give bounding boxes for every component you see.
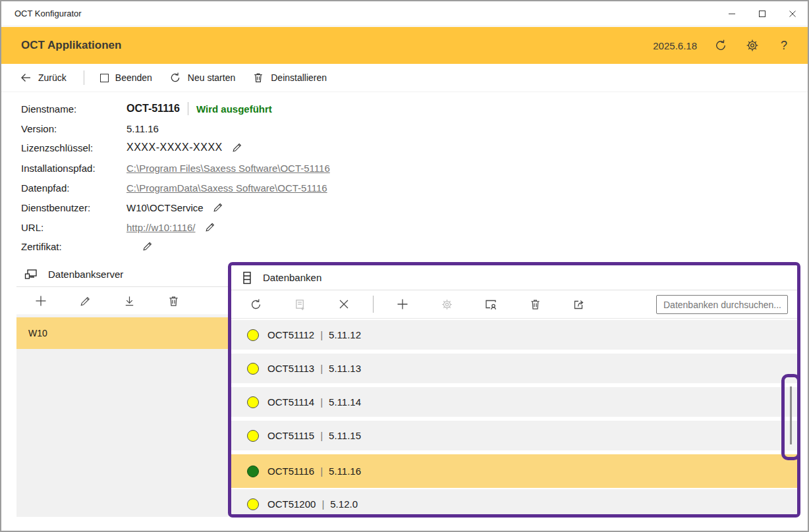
uninstall-label: Deinstallieren <box>271 72 327 83</box>
database-row[interactable]: OCT51113 | 5.11.13 <box>231 354 797 383</box>
edit-certificate-button[interactable] <box>141 240 154 253</box>
database-row[interactable]: OCT51112 | 5.11.12 <box>231 320 797 350</box>
restart-label: Neu starten <box>188 72 235 83</box>
database-row-selected[interactable]: OCT51116 | 5.11.16 <box>231 454 797 488</box>
window-controls <box>717 1 808 26</box>
database-version: 5.11.14 <box>329 396 361 408</box>
database-name: OCT51114 <box>267 396 314 408</box>
download-icon <box>123 295 136 307</box>
status-dot-stopped <box>247 430 259 442</box>
delete-database-button[interactable] <box>520 292 550 316</box>
name-version-separator: | <box>320 430 323 441</box>
plus-icon <box>34 294 47 307</box>
server-row-w10[interactable]: W10 <box>16 317 229 349</box>
import-server-button[interactable] <box>114 289 144 313</box>
search-databases-input[interactable] <box>656 295 788 314</box>
page-title: OCT Applikationen <box>21 39 121 52</box>
database-icon <box>240 270 254 286</box>
install-path-label: Installationspfad: <box>21 163 126 174</box>
rename-user-icon <box>484 298 497 311</box>
name-version-separator: | <box>321 498 324 510</box>
uninstall-button[interactable]: Deinstallieren <box>252 72 327 84</box>
database-name: OCT51115 <box>267 430 314 441</box>
scrollbar-thumb[interactable] <box>790 386 792 444</box>
databases-panel-toolbar <box>231 290 797 319</box>
database-name: OCT51113 <box>267 363 314 374</box>
add-server-button[interactable] <box>26 289 56 313</box>
pencil-icon <box>212 201 224 213</box>
back-arrow-icon <box>20 72 32 84</box>
database-version: 5.11.12 <box>329 329 361 340</box>
settings-button[interactable] <box>744 38 760 53</box>
database-version: 5.11.16 <box>329 466 361 477</box>
license-label: Lizenzschlüssel: <box>21 142 126 153</box>
restart-icon <box>169 72 181 84</box>
stop-icon <box>100 74 109 82</box>
restart-service-button[interactable]: Neu starten <box>169 72 235 84</box>
help-button[interactable]: ? <box>776 38 792 53</box>
license-value: XXXX-XXXX-XXXX <box>126 142 223 153</box>
database-version: 5.12.0 <box>330 498 358 510</box>
server-list: W10 <box>16 316 229 517</box>
database-row[interactable]: OCT51200 | 5.12.0 <box>231 489 797 514</box>
stop-label: Beenden <box>115 72 152 83</box>
database-settings-button[interactable] <box>432 292 462 316</box>
data-path-row: Datenpfad: C:\ProgramData\Saxess Softwar… <box>21 180 327 196</box>
version-value: 5.11.16 <box>126 123 159 134</box>
service-user-row: Dienstbenutzer: W10\OCTService <box>21 200 225 215</box>
trash-icon <box>252 72 264 84</box>
version-row: Version: 5.11.16 <box>21 120 159 136</box>
refresh-databases-button[interactable] <box>240 292 271 316</box>
edit-url-button[interactable] <box>204 221 217 234</box>
scrollbar-highlight <box>781 374 800 460</box>
database-row[interactable]: OCT51115 | 5.11.15 <box>231 421 797 450</box>
assign-user-button[interactable] <box>476 292 506 316</box>
server-panel-header: Datenbankserver <box>16 262 229 287</box>
data-path-link[interactable]: C:\ProgramData\Saxess Software\OCT-51116 <box>126 182 327 194</box>
edit-license-button[interactable] <box>231 141 244 154</box>
status-dot-stopped <box>247 396 259 408</box>
edit-server-button[interactable] <box>70 289 100 313</box>
back-button[interactable]: Zurück <box>20 72 67 84</box>
delete-server-button[interactable] <box>158 289 188 313</box>
database-row[interactable]: OCT51114 | 5.11.14 <box>231 387 797 417</box>
name-version-separator: | <box>320 329 323 340</box>
trash-icon <box>529 298 542 311</box>
close-icon <box>789 10 796 18</box>
pencil-icon <box>204 221 216 233</box>
name-version-separator: | <box>320 466 323 477</box>
plus-icon <box>396 298 409 311</box>
back-label: Zurück <box>38 72 67 83</box>
status-separator <box>188 102 188 115</box>
title-bar: OCT Konfigurator <box>1 1 808 26</box>
install-path-link[interactable]: C:\Program Files\Saxess Software\OCT-511… <box>126 163 330 174</box>
close-button[interactable] <box>777 1 808 26</box>
database-server-panel: Datenbankserver W10 <box>16 262 229 517</box>
databases-list: OCT51112 | 5.11.12 OCT51113 | 5.11.13 OC… <box>231 319 797 514</box>
refresh-icon <box>250 298 262 311</box>
service-status-badge: Wird ausgeführt <box>196 103 272 115</box>
devices-icon <box>23 267 39 282</box>
export-database-button[interactable] <box>564 292 594 316</box>
create-from-template-button[interactable] <box>285 292 315 316</box>
url-link[interactable]: http://w10:1116/ <box>126 222 196 233</box>
edit-service-user-button[interactable] <box>211 201 225 214</box>
version-date: 2025.6.18 <box>653 40 697 51</box>
maximize-button[interactable] <box>747 1 777 26</box>
service-name-value: OCT-51116 <box>126 103 180 115</box>
add-database-button[interactable] <box>387 292 418 316</box>
minimize-button[interactable] <box>717 1 747 26</box>
cancel-button[interactable] <box>329 292 359 316</box>
databases-panel-title: Datenbanken <box>263 272 321 283</box>
window-title: OCT Konfigurator <box>1 9 82 18</box>
minimize-icon <box>728 10 736 18</box>
database-version: 5.11.13 <box>329 363 361 374</box>
name-version-separator: | <box>320 396 323 408</box>
status-dot-stopped <box>247 363 259 375</box>
license-row: Lizenzschlüssel: XXXX-XXXX-XXXX <box>21 140 244 155</box>
version-label: Version: <box>21 123 126 134</box>
pencil-icon <box>142 240 153 252</box>
stop-service-button[interactable]: Beenden <box>100 72 152 83</box>
refresh-button[interactable] <box>713 38 729 53</box>
command-bar: Zurück Beenden Neu starten Deinstalliere… <box>1 64 808 92</box>
